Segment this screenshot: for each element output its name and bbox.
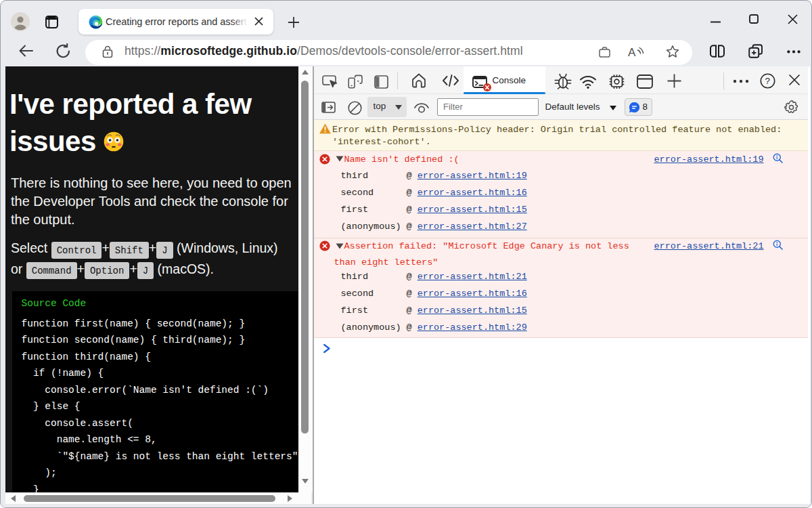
svg-text:?: ? xyxy=(765,76,770,86)
svg-text:A: A xyxy=(628,46,636,59)
